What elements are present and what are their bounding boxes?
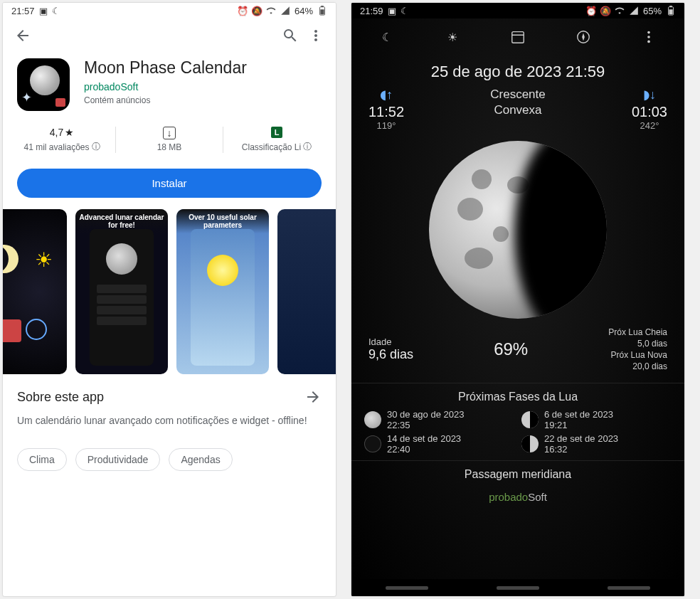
battery-icon	[317, 6, 327, 16]
nav-home[interactable]	[497, 586, 539, 590]
back-button[interactable]	[14, 27, 31, 44]
screenshot-icon: ▣	[388, 6, 396, 16]
tags-row: Clima Produtividade Agendas	[3, 442, 336, 477]
full-moon-icon	[364, 411, 381, 428]
battery-icon	[666, 6, 676, 16]
dnd-icon: ☾	[52, 6, 60, 16]
phase-name: Crescente Convexa	[490, 87, 545, 118]
rise-set-row: ◖↑ 11:52 119° Crescente Convexa ◗↓ 01:03…	[351, 87, 684, 131]
app-icon[interactable]: ✦	[17, 58, 70, 111]
moon-app-body: ☾ ☀ 25 de ago de 2023 21:59 ◖↑ 11:52 119…	[351, 18, 684, 579]
moonapp-screen: 21:59 ▣ ☾ ⏰ 🔕 65% ☾ ☀	[351, 3, 684, 596]
screenshot-carousel[interactable]: ☀ Advanced lunar calendar for free! Over…	[3, 209, 336, 374]
tag-agendas[interactable]: Agendas	[169, 448, 232, 471]
moon-visual[interactable]	[429, 141, 607, 319]
current-date[interactable]: 25 de ago de 2023 21:59	[351, 55, 684, 87]
playstore-header	[3, 18, 336, 53]
install-button[interactable]: Instalar	[17, 169, 322, 198]
about-title: Sobre este app	[17, 390, 104, 405]
screenshot-4[interactable]	[277, 209, 336, 374]
phases-title: Próximas Fases da Lua	[351, 383, 684, 409]
first-quarter-icon	[521, 435, 539, 452]
moonrise-icon: ◖↑	[368, 87, 404, 102]
illumination: 69%	[494, 339, 528, 359]
about-description: Um calendário lunar avançado com notific…	[17, 414, 322, 428]
svg-rect-5	[669, 9, 672, 14]
tab-sun[interactable]: ☀	[438, 26, 467, 48]
tab-calendar[interactable]	[504, 26, 532, 48]
alarm-icon: ⏰	[238, 6, 248, 16]
rating-badge-icon: L	[271, 127, 282, 138]
download-icon: ↓	[163, 127, 176, 139]
alarm-icon: ⏰	[586, 6, 596, 16]
nav-back[interactable]	[608, 586, 650, 590]
status-bar: 21:57 ▣ ☾ ⏰ 🔕 64%	[3, 3, 336, 18]
moonrise: ◖↑ 11:52 119°	[368, 87, 404, 131]
android-navbar	[351, 579, 684, 596]
moon-tabs: ☾ ☀	[351, 18, 684, 55]
stat-size[interactable]: ↓ 18 MB	[116, 127, 223, 153]
svg-rect-6	[512, 32, 524, 43]
brand-label: probadoSoft	[351, 487, 684, 508]
last-quarter-icon	[521, 411, 539, 428]
phase-item-lastq[interactable]: 6 de set de 202319:21	[521, 409, 672, 430]
status-time: 21:57	[11, 6, 35, 16]
stats-row: 4,7★ 41 mil avaliações ⓘ ↓ 18 MB L Class…	[3, 117, 336, 163]
moon-stats: Idade 9,6 dias 69% Próx Lua Cheia 5,0 di…	[351, 326, 684, 383]
dnd-icon: ☾	[401, 6, 409, 16]
stat-rating[interactable]: 4,7★ 41 mil avaliações ⓘ	[9, 127, 116, 153]
svg-rect-4	[669, 6, 672, 7]
wifi-icon	[266, 6, 276, 16]
svg-point-10	[647, 36, 650, 38]
tab-moon[interactable]: ☾	[373, 26, 401, 48]
about-arrow-button[interactable]	[304, 388, 322, 405]
screenshot-icon: ▣	[39, 6, 48, 16]
app-title: Moon Phase Calendar	[84, 58, 247, 78]
status-battery: 64%	[295, 6, 313, 16]
signal-icon	[280, 6, 290, 16]
svg-rect-1	[321, 6, 324, 7]
tag-produtividade[interactable]: Produtividade	[75, 448, 161, 471]
developer-link[interactable]: probadoSoft	[84, 81, 247, 92]
age-block: Idade 9,6 dias	[368, 336, 413, 362]
signal-icon	[629, 6, 639, 16]
info-icon: ⓘ	[303, 141, 312, 153]
svg-rect-2	[320, 9, 324, 14]
stat-content-rating[interactable]: L Classificação Li ⓘ	[223, 127, 330, 153]
playstore-screen: 21:57 ▣ ☾ ⏰ 🔕 64%	[3, 3, 336, 596]
status-battery: 65%	[643, 6, 662, 16]
more-button[interactable]	[307, 27, 324, 44]
about-section: Sobre este app Um calendário lunar avanç…	[3, 374, 336, 442]
svg-point-11	[647, 41, 650, 43]
search-button[interactable]	[282, 27, 299, 44]
mute-icon: 🔕	[600, 6, 610, 16]
status-bar: 21:59 ▣ ☾ ⏰ 🔕 65%	[351, 3, 684, 18]
next-events: Próx Lua Cheia 5,0 dias Próx Lua Nova 20…	[608, 326, 667, 373]
phase-item-new[interactable]: 14 de set de 202322:40	[364, 433, 514, 455]
mute-icon: 🔕	[252, 6, 262, 16]
phase-item-full[interactable]: 30 de ago de 202322:35	[364, 409, 514, 430]
screenshot-2[interactable]: Advanced lunar calendar for free!	[75, 209, 168, 374]
star-icon: ★	[65, 127, 74, 138]
phases-grid: 30 de ago de 202322:35 6 de set de 20231…	[351, 409, 684, 460]
screenshot-1[interactable]: ☀	[3, 209, 67, 374]
wifi-icon	[615, 6, 625, 16]
meridian-title: Passagem meridiana	[351, 460, 684, 487]
tab-compass[interactable]	[569, 26, 598, 48]
new-moon-icon	[364, 435, 381, 452]
tag-clima[interactable]: Clima	[17, 448, 67, 471]
info-icon: ⓘ	[92, 141, 100, 153]
moonset-icon: ◗↓	[632, 87, 667, 102]
phase-item-firstq[interactable]: 22 de set de 202316:32	[521, 433, 672, 455]
screenshot-3[interactable]: Over 10 useful solar parameters	[176, 209, 269, 374]
ads-label: Contém anúncios	[84, 95, 247, 105]
status-time: 21:59	[360, 6, 383, 16]
tab-more[interactable]	[635, 26, 663, 48]
moonset: ◗↓ 01:03 242°	[632, 87, 667, 131]
app-info: ✦ Moon Phase Calendar probadoSoft Contém…	[3, 53, 336, 117]
svg-point-9	[647, 31, 650, 34]
nav-recent[interactable]	[386, 586, 428, 590]
